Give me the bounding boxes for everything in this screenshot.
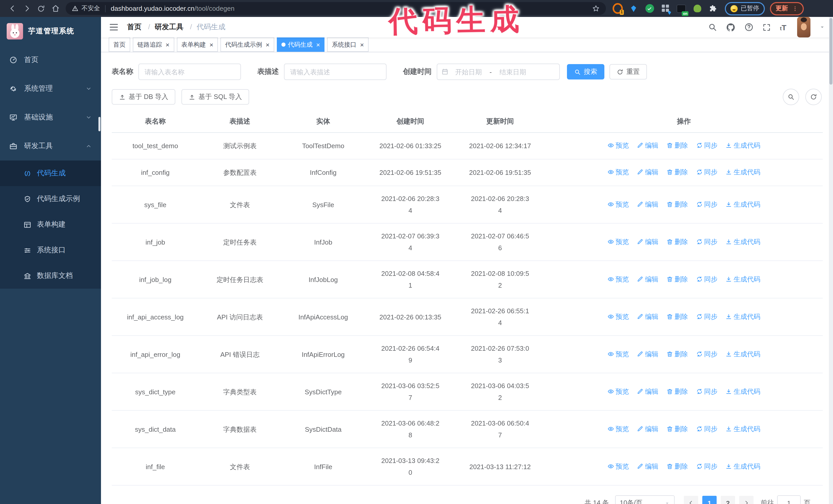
tab[interactable]: 代码生成 × [277, 38, 325, 52]
sync-link[interactable]: 同步 [696, 460, 717, 472]
sidebar-subitem[interactable]: 代码生成 [0, 161, 101, 186]
next-page-button[interactable] [739, 496, 754, 504]
extension-icon-check[interactable] [644, 3, 654, 14]
back-button[interactable] [5, 1, 20, 16]
delete-link[interactable]: 删除 [666, 423, 688, 434]
paused-badge[interactable]: 已暂停 [725, 2, 765, 15]
import-sql-button[interactable]: 基于 SQL 导入 [182, 89, 249, 104]
preview-link[interactable]: 预览 [608, 385, 629, 397]
reload-button[interactable] [34, 1, 48, 16]
sidebar-item[interactable]: 系统管理 [0, 74, 101, 103]
goto-page-input[interactable] [777, 495, 801, 504]
page-number-button[interactable]: 1 [702, 496, 717, 504]
table-name-input[interactable] [138, 64, 241, 80]
sidebar-subitem[interactable]: 数据库文档 [0, 263, 101, 289]
github-icon[interactable] [726, 22, 736, 32]
sidebar-subitem[interactable]: 代码生成示例 [0, 186, 101, 212]
update-button[interactable]: 更新 [770, 2, 804, 15]
date-start-input[interactable] [449, 67, 489, 76]
delete-link[interactable]: 删除 [666, 236, 688, 247]
edit-link[interactable]: 编辑 [637, 460, 659, 472]
sync-link[interactable]: 同步 [696, 198, 717, 210]
table-desc-input[interactable] [284, 64, 386, 80]
edit-link[interactable]: 编辑 [637, 423, 659, 434]
sidebar-item[interactable]: 研发工具 [0, 132, 101, 161]
generate-code-link[interactable]: 生成代码 [725, 166, 760, 178]
generate-code-link[interactable]: 生成代码 [725, 348, 760, 360]
tab-close-icon[interactable]: × [316, 41, 320, 48]
generate-code-link[interactable]: 生成代码 [725, 385, 760, 397]
edit-link[interactable]: 编辑 [637, 385, 659, 397]
delete-link[interactable]: 删除 [666, 310, 688, 322]
extensions-puzzle-icon[interactable] [708, 3, 718, 14]
app-logo[interactable]: 芋道管理系统 [0, 17, 101, 46]
preview-link[interactable]: 预览 [608, 166, 629, 178]
tab[interactable]: 系统接口 × [327, 38, 368, 52]
search-button[interactable]: 搜索 [567, 64, 604, 79]
sync-link[interactable]: 同步 [696, 140, 717, 151]
preview-link[interactable]: 预览 [608, 198, 629, 210]
edit-link[interactable]: 编辑 [637, 348, 659, 360]
bookmark-star-icon[interactable] [592, 5, 600, 12]
delete-link[interactable]: 删除 [666, 140, 688, 151]
sidebar-scrollbar[interactable] [98, 117, 100, 131]
toggle-search-button[interactable] [783, 89, 799, 105]
date-range-picker[interactable]: - [437, 64, 560, 80]
delete-link[interactable]: 删除 [666, 348, 688, 360]
delete-link[interactable]: 删除 [666, 273, 688, 285]
generate-code-link[interactable]: 生成代码 [725, 460, 760, 472]
preview-link[interactable]: 预览 [608, 273, 629, 285]
tab[interactable]: 首页 × [109, 38, 130, 52]
breadcrumb-item[interactable]: 研发工具 / [155, 23, 197, 32]
generate-code-link[interactable]: 生成代码 [725, 198, 760, 210]
edit-link[interactable]: 编辑 [637, 310, 659, 322]
tab-close-icon[interactable]: × [209, 41, 213, 48]
generate-code-link[interactable]: 生成代码 [725, 310, 760, 322]
caret-down-icon[interactable] [819, 24, 825, 30]
delete-link[interactable]: 删除 [666, 385, 688, 397]
sidebar-subitem[interactable]: 表单构建 [0, 212, 101, 237]
preview-link[interactable]: 预览 [608, 348, 629, 360]
hamburger-icon[interactable] [109, 22, 119, 32]
breadcrumb-item[interactable]: 代码生成 / [197, 23, 225, 32]
url-bar[interactable]: 不安全 dashboard.yudao.iocoder.cn /tool/cod… [66, 2, 606, 15]
generate-code-link[interactable]: 生成代码 [725, 236, 760, 247]
extension-icon-on[interactable]: on [676, 3, 686, 14]
avatar[interactable] [797, 17, 810, 38]
generate-code-link[interactable]: 生成代码 [725, 273, 760, 285]
preview-link[interactable]: 预览 [608, 140, 629, 151]
fullscreen-icon[interactable] [763, 23, 771, 31]
generate-code-link[interactable]: 生成代码 [725, 140, 760, 151]
help-icon[interactable] [744, 23, 754, 32]
sync-link[interactable]: 同步 [696, 423, 717, 434]
extension-icon-orange[interactable]: 1 [613, 3, 623, 14]
sync-link[interactable]: 同步 [696, 310, 717, 322]
generate-code-link[interactable]: 生成代码 [725, 423, 760, 434]
home-button[interactable] [48, 1, 63, 16]
sidebar-item[interactable]: 首页 [0, 46, 101, 74]
delete-link[interactable]: 删除 [666, 460, 688, 472]
sync-link[interactable]: 同步 [696, 236, 717, 247]
edit-link[interactable]: 编辑 [637, 166, 659, 178]
tab-close-icon[interactable]: × [265, 41, 269, 48]
extension-icon-gem[interactable] [628, 3, 639, 14]
preview-link[interactable]: 预览 [608, 460, 629, 472]
extension-icon-green[interactable] [692, 3, 702, 14]
page-size-select[interactable]: 10条/页 [615, 495, 674, 504]
sync-link[interactable]: 同步 [696, 348, 717, 360]
page-number-button[interactable]: 2 [721, 496, 735, 504]
preview-link[interactable]: 预览 [608, 423, 629, 434]
sync-link[interactable]: 同步 [696, 166, 717, 178]
tab[interactable]: 代码生成示例 × [220, 38, 274, 52]
tab[interactable]: 链路追踪 × [133, 38, 174, 52]
refresh-table-button[interactable] [805, 89, 822, 105]
tab-close-icon[interactable]: × [166, 41, 169, 48]
delete-link[interactable]: 删除 [666, 166, 688, 178]
preview-link[interactable]: 预览 [608, 236, 629, 247]
delete-link[interactable]: 删除 [666, 198, 688, 210]
sync-link[interactable]: 同步 [696, 273, 717, 285]
edit-link[interactable]: 编辑 [637, 140, 659, 151]
preview-link[interactable]: 预览 [608, 310, 629, 322]
scrollbar-thumb[interactable] [829, 18, 832, 85]
sync-link[interactable]: 同步 [696, 385, 717, 397]
